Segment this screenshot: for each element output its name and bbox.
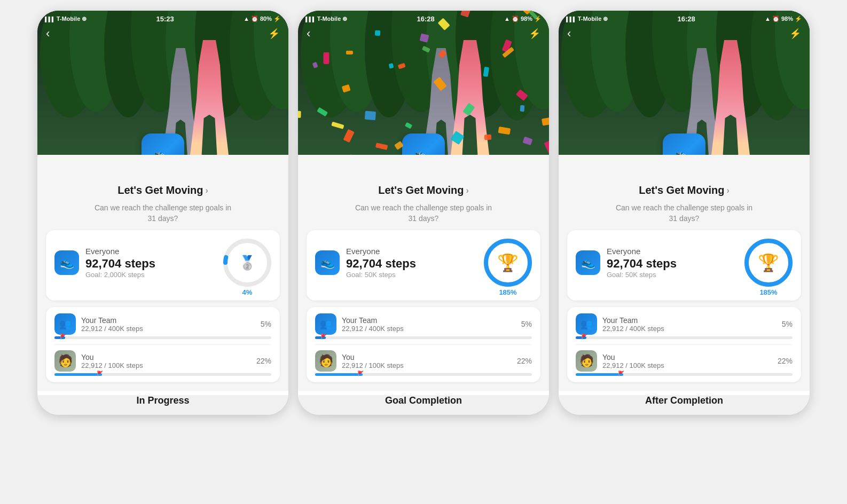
hero-area: ▌▌▌ T-Mobile ⊛ 15:23 ▲ ⏰ 80% ⚡ ‹ ⚡ 👟 [37, 11, 288, 155]
you-progress-flag: 🚩 [618, 371, 624, 376]
content-area: Let's Get Moving›Can we reach the challe… [37, 155, 288, 391]
team-name: Your Team [602, 316, 777, 325]
hero-area: ▌▌▌ T-Mobile ⊛ 16:28 ▲ ⏰ 98% ⚡ ‹ ⚡ 👟 [559, 11, 810, 155]
team-progress-flag: 🚩 [60, 334, 66, 340]
team-progress-fill: 🚩 [54, 336, 65, 339]
you-progress-bar: 🚩 [54, 373, 271, 376]
you-row: 🧑 You 22,912 / 100K steps 22% 🚩 [576, 350, 793, 376]
everyone-info: Everyone 92,704 steps Goal: 2,000K steps [85, 247, 217, 279]
challenge-title-text: Let's Get Moving [378, 184, 464, 196]
everyone-goal: Goal: 50K steps [607, 271, 738, 279]
team-name: Your Team [81, 316, 255, 325]
you-progress-fill: 🚩 [315, 373, 363, 376]
team-you-card[interactable]: 👥 Your Team 22,912 / 400K steps 5% 🚩 🧑 Y… [46, 307, 280, 382]
everyone-row: 👟 Everyone 92,704 steps Goal: 2,000K ste… [54, 239, 271, 287]
hero-area: ▌▌▌ T-Mobile ⊛ 16:28 ▲ ⏰ 98% ⚡ ‹ ⚡ 👟 [298, 11, 549, 155]
team-you-card[interactable]: 👥 Your Team 22,912 / 400K steps 5% 🚩 🧑 Y… [307, 307, 540, 382]
title-chevron: › [466, 186, 469, 195]
status-time: 15:23 [156, 15, 174, 23]
challenge-title[interactable]: Let's Get Moving› [378, 184, 469, 196]
flash-icon[interactable]: ⚡ [529, 28, 540, 40]
challenge-title[interactable]: Let's Get Moving› [639, 184, 730, 196]
team-row: 👥 Your Team 22,912 / 400K steps 5% 🚩 [315, 313, 532, 339]
progress-percent-label: 4% [223, 288, 271, 296]
challenge-title[interactable]: Let's Get Moving› [117, 184, 208, 196]
carrier-signal: ▌▌▌ T-Mobile ⊛ [45, 15, 87, 22]
challenge-title-text: Let's Get Moving [639, 184, 724, 196]
team-info: Your Team 22,912 / 400K steps [342, 316, 516, 333]
trophy-icon: 🏆 [497, 253, 519, 273]
everyone-steps: 92,704 steps [85, 257, 217, 271]
separator [576, 344, 793, 345]
progress-ring-area: 🏆185% [744, 239, 793, 287]
everyone-card[interactable]: 👟 Everyone 92,704 steps Goal: 2,000K ste… [46, 230, 280, 301]
progress-ring-area: 🥈4% [223, 239, 271, 287]
you-progress-fill: 🚩 [54, 373, 102, 376]
team-progress-flag: 🚩 [320, 334, 327, 340]
status-bar: ▌▌▌ T-Mobile ⊛ 15:23 ▲ ⏰ 80% ⚡ [45, 15, 281, 23]
phone-screen-goal-completion: ▌▌▌ T-Mobile ⊛ 16:28 ▲ ⏰ 98% ⚡ ‹ ⚡ 👟Let'… [298, 11, 549, 415]
team-info: Your Team 22,912 / 400K steps [81, 316, 255, 333]
content-area: Let's Get Moving›Can we reach the challe… [298, 155, 549, 391]
you-avatar: 🧑 [315, 350, 336, 372]
back-button[interactable]: ‹ [567, 27, 571, 41]
everyone-card[interactable]: 👟 Everyone 92,704 steps Goal: 50K steps … [567, 230, 801, 301]
app-icon[interactable]: 👟 [402, 133, 445, 155]
progress-ring-area: 🏆185% [484, 239, 532, 287]
battery-indicator: ▲ ⏰ 98% ⚡ [504, 15, 542, 22]
you-steps: 22,912 / 100K steps [81, 361, 251, 369]
flash-icon[interactable]: ⚡ [789, 28, 801, 40]
team-progress-bar: 🚩 [315, 336, 532, 339]
battery-indicator: ▲ ⏰ 98% ⚡ [765, 15, 802, 22]
everyone-steps: 92,704 steps [607, 257, 738, 271]
you-progress-flag: 🚩 [97, 371, 103, 376]
you-steps: 22,912 / 100K steps [342, 361, 512, 369]
everyone-label: Everyone [346, 247, 477, 256]
you-steps: 22,912 / 100K steps [602, 361, 772, 369]
progress-percent-label: 185% [744, 288, 793, 296]
everyone-icon: 👟 [54, 250, 79, 275]
team-steps: 22,912 / 400K steps [602, 325, 777, 333]
app-icon[interactable]: 👟 [142, 133, 184, 155]
team-you-card[interactable]: 👥 Your Team 22,912 / 400K steps 5% 🚩 🧑 Y… [567, 307, 801, 382]
you-percent: 22% [778, 357, 793, 365]
everyone-card[interactable]: 👟 Everyone 92,704 steps Goal: 50K steps … [307, 230, 540, 301]
you-row: 🧑 You 22,912 / 100K steps 22% 🚩 [315, 350, 532, 376]
app-icon-area: 👟 [402, 133, 445, 155]
everyone-icon: 👟 [576, 250, 600, 275]
nav-bar: ‹ ⚡ [298, 27, 549, 41]
team-progress-bar: 🚩 [54, 336, 271, 339]
back-button[interactable]: ‹ [307, 27, 310, 41]
content-area: Let's Get Moving›Can we reach the challe… [559, 155, 810, 391]
title-chevron: › [206, 186, 208, 195]
team-icon: 👥 [315, 313, 336, 335]
screen-label: Goal Completion [298, 395, 549, 415]
you-avatar: 🧑 [54, 350, 76, 372]
nav-bar: ‹ ⚡ [559, 27, 810, 41]
you-info: You 22,912 / 100K steps [342, 353, 512, 369]
battery-indicator: ▲ ⏰ 80% ⚡ [244, 15, 281, 22]
team-row: 👥 Your Team 22,912 / 400K steps 5% 🚩 [576, 313, 793, 339]
everyone-info: Everyone 92,704 steps Goal: 50K steps [346, 247, 477, 279]
you-name: You [602, 353, 772, 361]
app-icon[interactable]: 👟 [663, 133, 705, 155]
flash-icon[interactable]: ⚡ [268, 28, 280, 40]
challenge-title-text: Let's Get Moving [117, 184, 203, 196]
you-name: You [342, 353, 512, 361]
team-icon: 👥 [576, 313, 597, 335]
you-row: 🧑 You 22,912 / 100K steps 22% 🚩 [54, 350, 271, 376]
separator [54, 344, 271, 345]
team-progress-fill: 🚩 [315, 336, 326, 339]
status-bar: ▌▌▌ T-Mobile ⊛ 16:28 ▲ ⏰ 98% ⚡ [305, 15, 542, 23]
everyone-row: 👟 Everyone 92,704 steps Goal: 50K steps … [576, 239, 793, 287]
phone-screen-in-progress: ▌▌▌ T-Mobile ⊛ 15:23 ▲ ⏰ 80% ⚡ ‹ ⚡ 👟Let'… [37, 11, 288, 415]
title-chevron: › [727, 186, 730, 195]
status-bar: ▌▌▌ T-Mobile ⊛ 16:28 ▲ ⏰ 98% ⚡ [566, 15, 802, 23]
status-time: 16:28 [677, 15, 695, 23]
you-percent: 22% [517, 357, 532, 365]
progress-percent-label: 185% [484, 288, 532, 296]
you-info: You 22,912 / 100K steps [81, 353, 251, 369]
you-percent: 22% [256, 357, 271, 365]
you-progress-flag: 🚩 [357, 371, 364, 376]
back-button[interactable]: ‹ [46, 27, 50, 41]
